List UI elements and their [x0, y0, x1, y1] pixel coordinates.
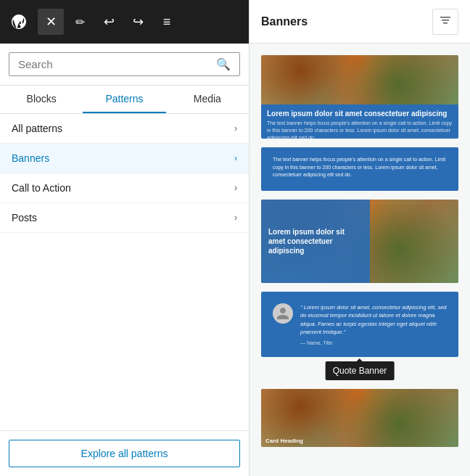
search-icon: 🔍	[216, 57, 231, 71]
svg-rect-0	[440, 17, 450, 18]
right-panel-title: Banners	[261, 15, 308, 28]
right-panel-header: Banners	[250, 0, 470, 44]
search-input[interactable]	[18, 58, 210, 70]
filter-button[interactable]	[432, 9, 458, 35]
tabs-container: Blocks Patterns Media	[0, 86, 249, 114]
explore-all-patterns-button[interactable]: Explore all patterns	[9, 440, 240, 467]
pencil-icon: ✏	[75, 15, 85, 29]
main-toolbar: ✕ ✏ ↩ ↪ ≡	[0, 0, 249, 44]
tab-patterns[interactable]: Patterns	[83, 86, 165, 113]
chevron-right-icon: ›	[234, 123, 237, 134]
quote-author: — Name, Title	[300, 340, 447, 345]
quote-banner-tooltip: Quote Banner	[326, 361, 395, 380]
banner-3-title: Lorem ipsum dolor sit amet consectetuer …	[268, 227, 363, 255]
svg-rect-2	[443, 22, 448, 24]
pattern-item-banners[interactable]: Banners ›	[0, 144, 249, 173]
wp-logo	[6, 9, 32, 35]
chevron-right-icon: ›	[234, 183, 237, 193]
pattern-item-label: Call to Action	[12, 182, 71, 194]
banner-preview-2[interactable]: The text banner helps focus people's att…	[261, 147, 458, 191]
preview-list: Lorem ipsum dolor sit amet consectetuer …	[250, 44, 470, 476]
close-icon: ✕	[46, 14, 57, 30]
quote-text: " Lorem ipsum dolor sit amet, consectetu…	[300, 303, 447, 336]
banner-preview-1[interactable]: Lorem ipsum dolor sit amet consectetuer …	[261, 55, 458, 139]
banner-2-text: The text banner helps focus people's att…	[273, 156, 447, 179]
list-icon: ≡	[163, 15, 171, 30]
pattern-item-posts[interactable]: Posts ›	[0, 203, 249, 233]
undo-button[interactable]: ↩	[96, 9, 122, 35]
banner-preview-4[interactable]: " Lorem ipsum dolor sit amet, consectetu…	[261, 292, 458, 357]
pattern-item-label: All patterns	[12, 123, 62, 134]
tab-media[interactable]: Media	[166, 86, 249, 113]
banner-preview-5[interactable]: Card Heading	[261, 389, 458, 447]
pattern-item-all[interactable]: All patterns ›	[0, 114, 249, 144]
pattern-item-label: Banners	[12, 152, 49, 164]
right-panel: Banners Lorem ipsum dolor sit amet conse…	[250, 0, 470, 476]
explore-button-container: Explore all patterns	[0, 430, 249, 476]
chevron-right-icon: ›	[234, 153, 237, 163]
search-container: 🔍	[0, 44, 249, 86]
redo-icon: ↪	[133, 14, 144, 30]
pattern-item-label: Posts	[12, 212, 37, 223]
banner-1-desc: The text banner helps focus people's att…	[267, 120, 453, 139]
banner-1-title: Lorem ipsum dolor sit amet consectetuer …	[267, 109, 453, 118]
list-view-button[interactable]: ≡	[154, 9, 180, 35]
pattern-item-cta[interactable]: Call to Action ›	[0, 173, 249, 203]
search-box: 🔍	[9, 52, 240, 76]
edit-button[interactable]: ✏	[67, 9, 93, 35]
banner-5-label: Card Heading	[265, 438, 303, 444]
undo-icon: ↩	[104, 14, 115, 30]
close-button[interactable]: ✕	[38, 9, 64, 35]
chevron-right-icon: ›	[234, 213, 237, 223]
avatar	[273, 303, 293, 324]
filter-icon	[439, 14, 452, 30]
banner-preview-3[interactable]: Lorem ipsum dolor sit amet consectetuer …	[261, 200, 458, 283]
pattern-list: All patterns › Banners › Call to Action …	[0, 114, 249, 430]
redo-button[interactable]: ↪	[125, 9, 151, 35]
svg-rect-1	[442, 20, 449, 21]
tab-blocks[interactable]: Blocks	[0, 86, 83, 113]
